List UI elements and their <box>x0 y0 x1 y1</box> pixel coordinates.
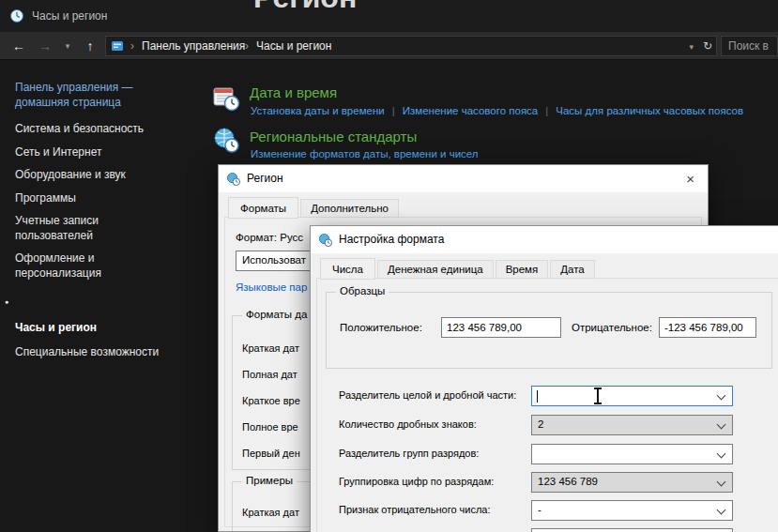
negative-sign-combo[interactable]: - <box>531 500 733 521</box>
customize-dialog-titlebar[interactable]: Настройка формата <box>311 226 778 253</box>
refresh-icon[interactable]: ↻ <box>703 39 712 53</box>
sidebar-item-appearance-personalization[interactable]: Оформление и персонализация <box>15 251 203 281</box>
decimal-separator-label: Разделитель целой и дробной части: <box>339 389 516 401</box>
positive-sample-field[interactable]: 123 456 789,00 <box>441 317 561 338</box>
decimal-digits-combo[interactable]: 2 <box>531 415 733 435</box>
sidebar-item-network-internet[interactable]: Сеть и Интернет <box>15 145 203 160</box>
date-time-task-links: Установка даты и времени|Изменение часов… <box>251 105 743 116</box>
active-bullet-icon: ● <box>5 295 8 310</box>
negative-label: Отрицательное: <box>572 322 652 333</box>
region-dialog-titlebar[interactable]: Регион × <box>219 165 708 192</box>
chevron-down-icon[interactable] <box>717 478 726 487</box>
digit-grouping-combo[interactable]: 123 456 789 <box>531 472 733 493</box>
decimal-separator-combo[interactable] <box>531 386 733 406</box>
link-additional-clocks[interactable]: Часы для различных часовых поясов <box>556 105 743 116</box>
link-separator: | <box>385 105 403 116</box>
tab-date[interactable]: Дата <box>550 260 594 279</box>
breadcrumb-separator: › <box>245 37 249 55</box>
regional-standards-icon[interactable] <box>212 126 240 158</box>
customize-dialog-tabs: Числа Денежная единица Время Дата <box>320 257 597 279</box>
search-box-text: Поиск в <box>722 37 777 55</box>
customize-dialog-icon <box>318 233 332 251</box>
sidebar-item-user-accounts[interactable]: Учетные записи пользователей <box>15 214 203 243</box>
clock-region-window-icon <box>9 8 24 27</box>
close-icon[interactable]: × <box>686 165 694 192</box>
tab-formats[interactable]: Форматы <box>228 197 298 219</box>
negative-sign-label: Признак отрицательного числа: <box>339 504 491 515</box>
control-panel-icon <box>111 39 124 56</box>
sidebar-item-label: Часы и регион <box>15 321 97 334</box>
breadcrumb-separator: › <box>130 37 134 55</box>
sidebar-item-programs[interactable]: Программы <box>15 191 203 206</box>
tab-time[interactable]: Время <box>496 260 549 279</box>
text-caret <box>537 390 538 403</box>
chevron-down-icon[interactable] <box>717 449 726 459</box>
language-settings-link[interactable]: Языковые пар <box>236 281 307 293</box>
digit-grouping-label: Группировка цифр по разрядам: <box>339 476 494 487</box>
row-long-time: Полное вре <box>242 421 298 433</box>
tab-numbers[interactable]: Числа <box>320 258 375 280</box>
history-chevron-icon[interactable]: ▾ <box>56 32 79 60</box>
customize-format-dialog: Настройка формата Числа Денежная единица… <box>310 225 778 532</box>
link-change-formats[interactable]: Изменение форматов даты, времени и чисел <box>251 148 479 160</box>
region-dialog-title: Регион <box>247 165 283 192</box>
back-icon[interactable]: ← <box>8 32 30 60</box>
samples-group: Образцы Положительное: 123 456 789,00 От… <box>326 292 772 369</box>
link-separator: | <box>538 105 556 116</box>
breadcrumb-root[interactable]: Панель управления <box>142 37 245 55</box>
sidebar-item-ease-of-access[interactable]: Специальные возможности <box>15 345 203 360</box>
search-box[interactable]: Поиск в <box>721 36 778 56</box>
control-panel-window: Часы и регион Регион ← → ▾ ↑ › Панель уп… <box>0 0 778 532</box>
regional-standards-task-links: Изменение форматов даты, времени и чисел <box>251 148 479 160</box>
sidebar-item-clock-region[interactable]: ● Часы и регион <box>15 292 203 336</box>
row-long-date: Полная дат <box>242 369 297 380</box>
background-partial-text: Регион <box>253 0 413 10</box>
sidebar-item-home[interactable]: Панель управления — домашняя страница <box>15 81 203 110</box>
region-dialog-icon <box>226 172 240 190</box>
group-separator-label: Разделитель групп разрядов: <box>339 448 479 459</box>
window-title: Часы и регион <box>32 0 107 32</box>
section-title-date-time[interactable]: Дата и время <box>250 84 337 100</box>
row-short-time: Краткое вре <box>242 395 300 406</box>
address-bar[interactable]: › Панель управления › Часы и регион ▾↻ <box>105 36 717 56</box>
region-dialog-tabs: Форматы Дополнительно <box>228 196 401 218</box>
sidebar-item-hardware-sound[interactable]: Оборудование и звук <box>15 168 203 183</box>
chevron-down-icon[interactable] <box>717 420 726 430</box>
section-title-regional-standards[interactable]: Региональные стандарты <box>250 129 417 144</box>
sidebar-item-system-security[interactable]: Система и безопасность <box>15 122 203 137</box>
tab-additional[interactable]: Дополнительно <box>300 199 399 218</box>
up-icon[interactable]: ↑ <box>79 32 101 60</box>
address-chevron-icon[interactable]: ▾ <box>689 42 694 52</box>
row-example-short-date: Краткая дат <box>242 507 299 518</box>
positive-label: Положительное: <box>340 322 422 333</box>
negative-sample-field[interactable]: -123 456 789,00 <box>659 317 756 338</box>
link-set-date-time[interactable]: Установка даты и времени <box>251 105 385 116</box>
format-label: Формат: Русс <box>236 232 303 243</box>
row-first-day: Первый ден <box>242 448 300 459</box>
chevron-down-icon[interactable] <box>717 391 726 401</box>
customize-dialog-title: Настройка формата <box>339 226 444 253</box>
navigation-bar: ← → ▾ ↑ › Панель управления › Часы и рег… <box>0 32 778 60</box>
row-short-date: Краткая дат <box>242 342 299 354</box>
next-field-combo-partial[interactable] <box>531 528 733 532</box>
sidebar: Панель управления — домашняя страница Си… <box>15 81 203 368</box>
chevron-down-icon[interactable] <box>717 506 726 515</box>
link-change-timezone[interactable]: Изменение часового пояса <box>403 105 539 116</box>
group-separator-combo[interactable] <box>531 444 733 464</box>
date-time-icon[interactable] <box>212 84 240 116</box>
breadcrumb-current[interactable]: Часы и регион <box>256 37 331 55</box>
window-titlebar: Часы и регион Регион <box>0 0 778 32</box>
tab-currency[interactable]: Денежная единица <box>377 260 494 279</box>
forward-icon[interactable]: → <box>34 32 56 60</box>
decimal-digits-label: Количество дробных знаков: <box>339 418 477 430</box>
